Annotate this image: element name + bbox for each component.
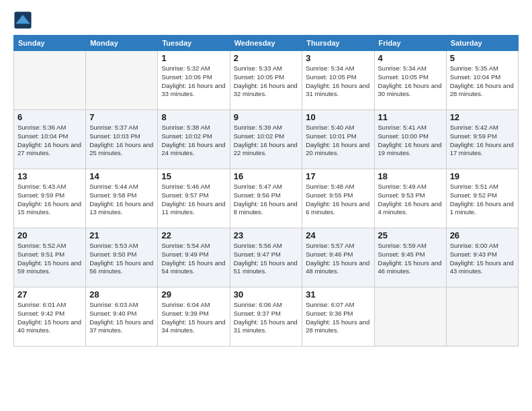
logo-icon	[13, 11, 32, 30]
calendar-cell: 1Sunrise: 5:32 AM Sunset: 10:06 PM Dayli…	[158, 51, 230, 110]
day-number: 11	[378, 112, 443, 122]
calendar: SundayMondayTuesdayWednesdayThursdayFrid…	[13, 35, 519, 347]
day-number: 3	[306, 53, 370, 63]
weekday-header: Thursday	[302, 36, 374, 51]
calendar-cell	[14, 51, 86, 110]
day-info: Sunrise: 5:34 AM Sunset: 10:05 PM Daylig…	[378, 64, 443, 99]
day-number: 22	[161, 230, 226, 240]
day-number: 12	[450, 112, 515, 122]
calendar-cell: 21Sunrise: 5:53 AM Sunset: 9:50 PM Dayli…	[86, 228, 158, 287]
day-info: Sunrise: 5:41 AM Sunset: 10:00 PM Daylig…	[378, 124, 443, 158]
day-info: Sunrise: 5:47 AM Sunset: 9:56 PM Dayligh…	[234, 183, 299, 217]
calendar-cell: 10Sunrise: 5:40 AM Sunset: 10:01 PM Dayl…	[302, 110, 374, 169]
calendar-week-row: 13Sunrise: 5:43 AM Sunset: 9:59 PM Dayli…	[14, 169, 519, 228]
calendar-cell: 19Sunrise: 5:51 AM Sunset: 9:52 PM Dayli…	[446, 169, 518, 228]
calendar-cell: 16Sunrise: 5:47 AM Sunset: 9:56 PM Dayli…	[230, 169, 302, 228]
day-number: 1	[161, 53, 226, 63]
day-number: 15	[161, 171, 226, 181]
day-info: Sunrise: 5:59 AM Sunset: 9:45 PM Dayligh…	[378, 242, 443, 276]
day-number: 27	[17, 289, 82, 300]
calendar-cell: 20Sunrise: 5:52 AM Sunset: 9:51 PM Dayli…	[14, 228, 86, 287]
weekday-header: Wednesday	[230, 36, 302, 51]
calendar-cell: 26Sunrise: 6:00 AM Sunset: 9:43 PM Dayli…	[446, 228, 518, 287]
calendar-cell: 9Sunrise: 5:39 AM Sunset: 10:02 PM Dayli…	[230, 110, 302, 169]
day-info: Sunrise: 5:40 AM Sunset: 10:01 PM Daylig…	[306, 124, 370, 158]
weekday-header: Friday	[374, 36, 446, 51]
day-number: 8	[161, 112, 226, 122]
day-info: Sunrise: 5:53 AM Sunset: 9:50 PM Dayligh…	[89, 242, 154, 276]
day-info: Sunrise: 5:56 AM Sunset: 9:47 PM Dayligh…	[234, 242, 299, 276]
calendar-cell: 31Sunrise: 6:07 AM Sunset: 9:36 PM Dayli…	[302, 287, 374, 347]
day-info: Sunrise: 5:48 AM Sunset: 9:55 PM Dayligh…	[306, 183, 370, 217]
calendar-cell: 5Sunrise: 5:35 AM Sunset: 10:04 PM Dayli…	[446, 51, 518, 110]
day-number: 30	[234, 289, 299, 300]
day-info: Sunrise: 5:52 AM Sunset: 9:51 PM Dayligh…	[17, 242, 82, 276]
day-number: 24	[306, 230, 370, 240]
calendar-cell: 29Sunrise: 6:04 AM Sunset: 9:39 PM Dayli…	[158, 287, 230, 347]
day-info: Sunrise: 5:39 AM Sunset: 10:02 PM Daylig…	[234, 124, 299, 158]
day-info: Sunrise: 5:44 AM Sunset: 9:58 PM Dayligh…	[89, 183, 154, 217]
day-number: 5	[450, 53, 515, 63]
calendar-cell: 2Sunrise: 5:33 AM Sunset: 10:05 PM Dayli…	[230, 51, 302, 110]
day-number: 28	[89, 289, 154, 300]
calendar-cell: 6Sunrise: 5:36 AM Sunset: 10:04 PM Dayli…	[14, 110, 86, 169]
calendar-header-row: SundayMondayTuesdayWednesdayThursdayFrid…	[14, 36, 519, 51]
calendar-cell: 8Sunrise: 5:38 AM Sunset: 10:02 PM Dayli…	[158, 110, 230, 169]
day-info: Sunrise: 6:07 AM Sunset: 9:36 PM Dayligh…	[306, 301, 370, 335]
day-number: 26	[450, 230, 515, 240]
day-info: Sunrise: 5:43 AM Sunset: 9:59 PM Dayligh…	[17, 183, 82, 217]
day-number: 13	[17, 171, 82, 181]
calendar-cell	[86, 51, 158, 110]
calendar-cell: 17Sunrise: 5:48 AM Sunset: 9:55 PM Dayli…	[302, 169, 374, 228]
day-info: Sunrise: 6:06 AM Sunset: 9:37 PM Dayligh…	[234, 301, 299, 335]
calendar-cell: 15Sunrise: 5:46 AM Sunset: 9:57 PM Dayli…	[158, 169, 230, 228]
day-info: Sunrise: 5:32 AM Sunset: 10:06 PM Daylig…	[161, 64, 226, 99]
calendar-cell: 13Sunrise: 5:43 AM Sunset: 9:59 PM Dayli…	[14, 169, 86, 228]
calendar-cell: 25Sunrise: 5:59 AM Sunset: 9:45 PM Dayli…	[374, 228, 446, 287]
day-info: Sunrise: 5:35 AM Sunset: 10:04 PM Daylig…	[450, 64, 515, 99]
day-number: 23	[234, 230, 299, 240]
logo	[13, 11, 34, 30]
calendar-week-row: 1Sunrise: 5:32 AM Sunset: 10:06 PM Dayli…	[14, 51, 519, 110]
calendar-cell: 24Sunrise: 5:57 AM Sunset: 9:46 PM Dayli…	[302, 228, 374, 287]
day-info: Sunrise: 5:36 AM Sunset: 10:04 PM Daylig…	[17, 124, 82, 158]
day-info: Sunrise: 6:03 AM Sunset: 9:40 PM Dayligh…	[89, 301, 154, 335]
day-number: 31	[306, 289, 370, 300]
page: SundayMondayTuesdayWednesdayThursdayFrid…	[0, 0, 532, 353]
calendar-cell: 4Sunrise: 5:34 AM Sunset: 10:05 PM Dayli…	[374, 51, 446, 110]
calendar-cell: 14Sunrise: 5:44 AM Sunset: 9:58 PM Dayli…	[86, 169, 158, 228]
calendar-cell: 7Sunrise: 5:37 AM Sunset: 10:03 PM Dayli…	[86, 110, 158, 169]
day-info: Sunrise: 6:01 AM Sunset: 9:42 PM Dayligh…	[17, 301, 82, 335]
day-info: Sunrise: 5:51 AM Sunset: 9:52 PM Dayligh…	[450, 183, 515, 217]
day-info: Sunrise: 5:57 AM Sunset: 9:46 PM Dayligh…	[306, 242, 370, 276]
day-info: Sunrise: 5:38 AM Sunset: 10:02 PM Daylig…	[161, 124, 226, 158]
day-info: Sunrise: 5:49 AM Sunset: 9:53 PM Dayligh…	[378, 183, 443, 217]
day-number: 4	[378, 53, 443, 63]
day-number: 2	[234, 53, 299, 63]
calendar-cell	[446, 287, 518, 347]
day-number: 10	[306, 112, 370, 122]
calendar-week-row: 6Sunrise: 5:36 AM Sunset: 10:04 PM Dayli…	[14, 110, 519, 169]
weekday-header: Saturday	[446, 36, 518, 51]
day-number: 18	[378, 171, 443, 181]
day-info: Sunrise: 6:04 AM Sunset: 9:39 PM Dayligh…	[161, 301, 226, 335]
weekday-header: Monday	[86, 36, 158, 51]
calendar-cell: 3Sunrise: 5:34 AM Sunset: 10:05 PM Dayli…	[302, 51, 374, 110]
day-number: 25	[378, 230, 443, 240]
day-info: Sunrise: 5:34 AM Sunset: 10:05 PM Daylig…	[306, 64, 370, 99]
calendar-cell: 23Sunrise: 5:56 AM Sunset: 9:47 PM Dayli…	[230, 228, 302, 287]
day-number: 20	[17, 230, 82, 240]
calendar-cell: 28Sunrise: 6:03 AM Sunset: 9:40 PM Dayli…	[86, 287, 158, 347]
day-info: Sunrise: 5:42 AM Sunset: 9:59 PM Dayligh…	[450, 124, 515, 158]
day-number: 17	[306, 171, 370, 181]
day-info: Sunrise: 5:33 AM Sunset: 10:05 PM Daylig…	[234, 64, 299, 99]
header	[13, 11, 519, 30]
day-number: 16	[234, 171, 299, 181]
day-number: 9	[234, 112, 299, 122]
day-info: Sunrise: 6:00 AM Sunset: 9:43 PM Dayligh…	[450, 242, 515, 276]
calendar-week-row: 27Sunrise: 6:01 AM Sunset: 9:42 PM Dayli…	[14, 287, 519, 347]
calendar-cell: 12Sunrise: 5:42 AM Sunset: 9:59 PM Dayli…	[446, 110, 518, 169]
calendar-week-row: 20Sunrise: 5:52 AM Sunset: 9:51 PM Dayli…	[14, 228, 519, 287]
day-info: Sunrise: 5:37 AM Sunset: 10:03 PM Daylig…	[89, 124, 154, 158]
day-info: Sunrise: 5:54 AM Sunset: 9:49 PM Dayligh…	[161, 242, 226, 276]
